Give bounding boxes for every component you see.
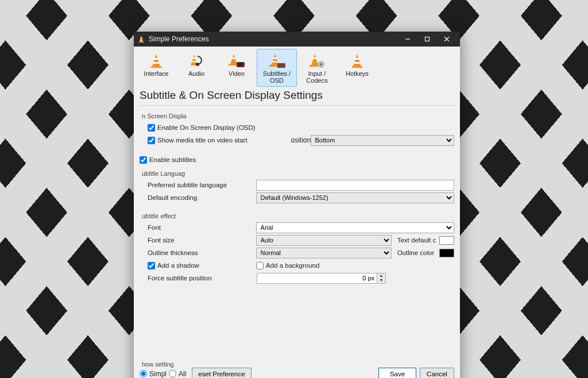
label-outline-color: Outline color <box>397 249 437 256</box>
checkbox-show-title[interactable] <box>148 137 155 144</box>
svg-rect-25 <box>277 63 285 68</box>
select-font-size[interactable]: Auto <box>256 235 392 246</box>
tab-label: Hotkeys <box>346 70 369 77</box>
maximize-button[interactable] <box>417 32 437 47</box>
label-encoding: Default encoding <box>148 194 256 201</box>
label-show-settings: how setting <box>140 361 454 368</box>
reset-button[interactable]: eset Preference <box>192 368 251 378</box>
svg-rect-34 <box>352 66 362 68</box>
svg-point-30 <box>320 63 322 65</box>
svg-rect-33 <box>354 62 360 64</box>
tab-input-codecs[interactable]: Input / Codecs <box>297 49 337 87</box>
tab-audio[interactable]: Audio <box>176 49 216 87</box>
svg-rect-10 <box>153 62 159 64</box>
select-outline[interactable]: Normal <box>256 248 392 259</box>
input-pref-lang[interactable] <box>256 180 454 191</box>
label-add-background: Add a background <box>266 262 319 269</box>
tab-interface[interactable]: Interface <box>136 49 176 87</box>
tab-label: Audio <box>188 70 204 77</box>
group-osd-title: n Screen Displa <box>140 109 454 121</box>
input-force-pos[interactable] <box>257 273 377 284</box>
radio-simple[interactable] <box>140 370 147 377</box>
video-icon <box>218 52 255 69</box>
svg-rect-2 <box>140 40 143 41</box>
svg-rect-11 <box>151 66 161 68</box>
checkbox-add-background[interactable] <box>256 262 264 269</box>
svg-marker-16 <box>230 54 237 64</box>
swatch-outline-color[interactable] <box>439 249 454 257</box>
swatch-text-color[interactable] <box>439 236 454 245</box>
svg-rect-3 <box>139 42 144 43</box>
vlc-cone-icon <box>137 35 145 43</box>
svg-rect-17 <box>231 57 236 59</box>
group-effect-title: ubtitle effect <box>140 209 454 221</box>
label-font-size: Font size <box>148 237 256 244</box>
label-text-color: Text default c <box>397 237 437 244</box>
hotkeys-icon <box>339 52 376 69</box>
tab-label: Subtitles / OSD <box>263 70 291 84</box>
spinner-force-pos[interactable]: ▲▼ <box>257 273 386 284</box>
label-simple: Simpl <box>149 370 167 378</box>
tab-label: Video <box>229 70 245 77</box>
interface-icon <box>138 52 175 69</box>
select-encoding[interactable]: Default (Windows-1252) <box>256 192 454 203</box>
radio-all[interactable] <box>169 370 176 377</box>
spinner-buttons[interactable]: ▲▼ <box>377 273 386 284</box>
label-show-title: Show media title on video start <box>157 137 291 144</box>
label-font: Font <box>148 224 256 231</box>
tab-label: Input / Codecs <box>306 70 327 84</box>
svg-rect-5 <box>425 37 430 41</box>
category-toolbar: Interface Audio Video Subtitles / OSD <box>134 47 460 87</box>
tab-label: Interface <box>144 70 169 77</box>
svg-rect-27 <box>312 57 317 59</box>
svg-rect-14 <box>191 61 197 63</box>
svg-point-20 <box>239 63 242 66</box>
checkbox-add-shadow[interactable] <box>148 262 155 269</box>
audio-icon <box>178 52 215 69</box>
subtitles-icon <box>258 52 295 69</box>
svg-rect-13 <box>192 57 196 59</box>
svg-rect-22 <box>273 57 277 59</box>
label-pref-lang: Preferred subtitle language <box>148 182 256 188</box>
select-position[interactable]: Bottom <box>311 135 454 146</box>
tab-hotkeys[interactable]: Hotkeys <box>337 49 377 87</box>
svg-marker-0 <box>140 36 143 42</box>
footer: how setting Simpl All eset Preference Sa… <box>134 357 460 378</box>
close-button[interactable] <box>437 32 457 47</box>
svg-point-15 <box>196 63 199 66</box>
window-title: Simple Preferences <box>149 35 398 43</box>
minimize-button[interactable] <box>398 32 417 47</box>
label-position: osition <box>291 136 311 144</box>
titlebar: Simple Preferences <box>134 32 460 47</box>
svg-marker-31 <box>353 54 361 67</box>
save-button[interactable]: Save <box>378 368 416 378</box>
svg-marker-8 <box>152 54 160 67</box>
label-enable-subtitles: Enable subtitles <box>149 156 196 163</box>
tab-video[interactable]: Video <box>216 49 257 87</box>
svg-rect-1 <box>140 37 142 38</box>
label-add-shadow: Add a shadow <box>157 262 256 269</box>
label-outline: Outline thickness <box>148 249 256 256</box>
tab-subtitles-osd[interactable]: Subtitles / OSD <box>257 49 297 87</box>
svg-rect-32 <box>355 58 359 60</box>
checkbox-enable-subtitles[interactable] <box>140 156 147 164</box>
cancel-button[interactable]: Cancel <box>420 368 454 378</box>
label-enable-osd: Enable On Screen Display (OSD) <box>157 124 256 131</box>
input-codecs-icon <box>299 52 335 69</box>
select-font[interactable]: Arial <box>256 222 454 233</box>
settings-content: n Screen Displa Enable On Screen Display… <box>134 106 460 288</box>
svg-marker-26 <box>311 54 318 65</box>
label-all: All <box>179 370 186 378</box>
svg-rect-9 <box>154 58 158 60</box>
group-lang-title: ubtitle Languag <box>140 167 454 178</box>
svg-rect-23 <box>272 61 278 63</box>
label-force-pos: Force subtitle position <box>148 275 257 281</box>
checkbox-enable-osd[interactable] <box>148 124 155 132</box>
page-title: Subtitle & On Screen Display Settings <box>134 87 460 105</box>
preferences-window: Simple Preferences Interface <box>134 32 460 378</box>
